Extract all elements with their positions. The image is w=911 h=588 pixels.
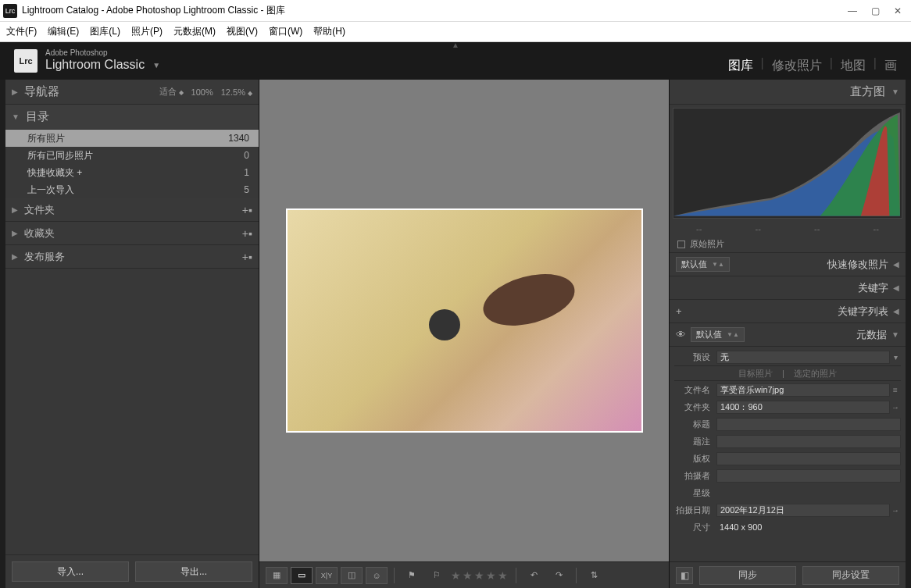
logo-icon: Lrc [14, 49, 38, 73]
menu-help[interactable]: 帮助(H) [313, 25, 345, 38]
loupe-view-icon[interactable]: ▭ [291, 567, 313, 584]
module-library[interactable]: 图库 [722, 56, 759, 76]
sync-lock-icon[interactable]: ◧ [676, 567, 693, 584]
meta-value-input[interactable] [716, 435, 901, 448]
original-photo-check[interactable]: 原始照片 [670, 236, 906, 253]
zoom-100[interactable]: 100% [191, 87, 213, 97]
compare-view-icon[interactable]: X|Y [316, 567, 338, 584]
survey-view-icon[interactable]: ◫ [341, 567, 363, 584]
menu-photo[interactable]: 照片(P) [131, 25, 163, 38]
meta-value-input[interactable] [716, 418, 901, 431]
left-panel: ▶ 导航器 适合 ◆ 100% 12.5% ◆ ▼ 目录 所有照片1340 所有… [5, 80, 259, 588]
catalog-item-lastimport[interactable]: 上一次导入5 [5, 181, 259, 198]
menubar: 文件(F) 编辑(E) 图库(L) 照片(P) 元数据(M) 视图(V) 窗口(… [0, 22, 911, 42]
people-view-icon[interactable]: ☺ [366, 567, 388, 584]
quick-develop-header[interactable]: 默认值▼▲ 快速修改照片 ◀ [670, 253, 906, 276]
navigator-title: 导航器 [24, 84, 159, 99]
keyword-list-header[interactable]: + 关键字列表 ◀ [670, 300, 906, 323]
export-button[interactable]: 导出... [135, 561, 252, 582]
preset-label: 预设 [674, 351, 716, 363]
menu-edit[interactable]: 编辑(E) [48, 25, 79, 38]
folders-header[interactable]: ▶ 文件夹 +▪ [5, 198, 259, 222]
meta-label: 星级 [674, 487, 716, 499]
menu-file[interactable]: 文件(F) [6, 25, 37, 38]
catalog-item-synced[interactable]: 所有已同步照片0 [5, 147, 259, 164]
collapse-top-icon[interactable]: ▲ [452, 41, 459, 49]
meta-value-input[interactable]: 1400：960 [716, 401, 890, 414]
photo-preview[interactable] [286, 208, 643, 433]
add-collection-icon[interactable]: +▪ [242, 227, 252, 240]
left-edge[interactable] [0, 80, 5, 588]
catalog-item-quick[interactable]: 快捷收藏夹 +1 [5, 164, 259, 181]
catalog-list: 所有照片1340 所有已同步照片0 快捷收藏夹 +1 上一次导入5 [5, 130, 259, 198]
zoom-fit[interactable]: 适合 ◆ [159, 86, 184, 98]
meta-value-input[interactable]: 1440 x 900 [716, 521, 901, 534]
close-button[interactable]: ✕ [894, 5, 902, 16]
grid-view-icon[interactable]: ▦ [266, 567, 288, 584]
quick-preset-dropdown[interactable]: 默认值▼▲ [676, 257, 730, 272]
module-nav: 图库| 修改照片| 地图| 画 [722, 56, 903, 76]
histogram-title: 直方图 [676, 84, 885, 99]
rating-stars[interactable]: ★★★★★ [451, 569, 509, 582]
rotate-cw-icon[interactable]: ↷ [548, 567, 570, 584]
add-folder-icon[interactable]: +▪ [242, 204, 252, 216]
identity-plate: Lrc Adobe Photoshop Lightroom Classic ▼ … [0, 42, 911, 80]
collections-title: 收藏夹 [24, 226, 242, 241]
image-canvas[interactable] [259, 80, 669, 561]
catalog-item-all[interactable]: 所有照片1340 [5, 130, 259, 147]
meta-value-input[interactable] [716, 486, 901, 500]
module-map[interactable]: 地图 [834, 56, 872, 76]
keywords-header[interactable]: 关键字 ◀ [670, 276, 906, 300]
meta-action-icon[interactable]: → [890, 506, 901, 515]
meta-value-input[interactable]: 享受音乐win7jpg [716, 383, 890, 397]
sync-settings-button[interactable]: 同步设置 [802, 566, 899, 585]
add-publish-icon[interactable]: +▪ [242, 251, 252, 263]
metadata-header[interactable]: 👁 默认值▼▲ 元数据 ▼ [670, 323, 906, 347]
meta-value-input[interactable] [716, 452, 901, 465]
preset-dropdown[interactable]: 无 [716, 351, 890, 364]
menu-library[interactable]: 图库(L) [90, 25, 120, 38]
eye-icon[interactable]: 👁 [676, 329, 686, 340]
center-toolbar: ▦ ▭ X|Y ◫ ☺ ⚑ ⚐ ★★★★★ ↶ ↷ ⇅ [259, 561, 669, 588]
slideshow-icon[interactable]: ⇅ [583, 567, 605, 584]
module-develop[interactable]: 修改照片 [766, 56, 828, 76]
menu-metadata[interactable]: 元数据(M) [173, 25, 216, 38]
meta-value-input[interactable] [716, 469, 901, 483]
histogram-header[interactable]: 直方图 ▼ [670, 80, 906, 105]
meta-label: 版权 [674, 453, 716, 465]
chevron-left-icon: ◀ [893, 307, 899, 315]
import-button[interactable]: 导入... [12, 561, 129, 582]
tab-selected[interactable]: 选定的照片 [794, 368, 837, 380]
maximize-button[interactable]: ▢ [871, 5, 880, 16]
meta-value-input[interactable]: 2002年12月12日 [716, 504, 890, 517]
brand-dropdown-icon[interactable]: ▼ [152, 61, 160, 69]
publish-title: 发布服务 [24, 250, 242, 264]
minimize-button[interactable]: ― [848, 5, 857, 16]
chevron-down-icon: ▼ [12, 112, 20, 121]
histogram[interactable] [673, 108, 902, 219]
chevron-down-icon: ▼ [891, 330, 899, 339]
rotate-ccw-icon[interactable]: ↶ [523, 567, 545, 584]
zoom-custom[interactable]: 12.5% ◆ [221, 87, 252, 97]
meta-action-icon[interactable]: → [890, 403, 901, 412]
publish-header[interactable]: ▶ 发布服务 +▪ [5, 245, 259, 269]
right-edge[interactable] [906, 80, 911, 588]
menu-view[interactable]: 视图(V) [227, 25, 258, 38]
navigator-header[interactable]: ▶ 导航器 适合 ◆ 100% 12.5% ◆ [5, 80, 259, 105]
dropdown-icon[interactable]: ▾ [890, 353, 901, 362]
module-book[interactable]: 画 [878, 56, 903, 76]
meta-action-icon[interactable]: ≡ [890, 386, 901, 394]
checkbox-icon[interactable] [677, 241, 685, 248]
menu-window[interactable]: 窗口(W) [269, 25, 302, 38]
meta-row-6: 星级 [674, 484, 901, 501]
catalog-header[interactable]: ▼ 目录 [5, 105, 259, 130]
sync-button[interactable]: 同步 [699, 566, 796, 585]
flag-pick-icon[interactable]: ⚑ [401, 567, 423, 584]
plus-icon[interactable]: + [676, 305, 682, 317]
tab-target[interactable]: 目标照片 [738, 368, 773, 380]
flag-reject-icon[interactable]: ⚐ [426, 567, 448, 584]
meta-row-3: 题注 [674, 433, 901, 450]
metadata-tabs: 目标照片 | 选定的照片 [674, 365, 901, 381]
collections-header[interactable]: ▶ 收藏夹 +▪ [5, 222, 259, 245]
metadata-view-dropdown[interactable]: 默认值▼▲ [691, 327, 745, 342]
